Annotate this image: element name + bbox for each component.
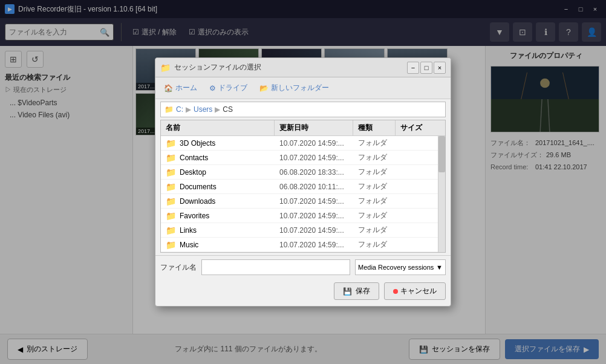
folder-icon: 📁 (166, 182, 176, 192)
folder-row-3dobjects[interactable]: 📁3D Objects 10.07.2020 14:59:... フォルダ (161, 136, 438, 151)
filename-field-label: ファイル名 (160, 262, 197, 273)
dialog-close-button[interactable]: × (434, 62, 446, 74)
dialog-save-button[interactable]: 💾 保存 (334, 282, 379, 300)
dialog-nav: 🏠 ホーム ⚙ ドライブ 📂 新しいフォルダー (155, 77, 451, 99)
filename-input[interactable] (201, 259, 350, 275)
folder-icon: 📁 (166, 240, 176, 250)
folder-icon: 📁 (166, 153, 176, 163)
dialog-cancel-button[interactable]: キャンセル (384, 282, 446, 300)
breadcrumb: 📁 C: ▶ Users ▶ CS (160, 102, 446, 117)
folder-icon: 📁 (166, 226, 176, 235)
nav-new-folder-button[interactable]: 📂 新しいフォルダー (256, 81, 333, 95)
dialog-minimize-button[interactable]: − (407, 62, 419, 74)
folder-icon: 📁 (166, 138, 176, 148)
col-size-header: サイズ (396, 120, 438, 135)
breadcrumb-users[interactable]: Users (194, 105, 212, 114)
filetype-value: Media Recovery sessions (358, 264, 434, 271)
file-list-scroll[interactable]: 📁3D Objects 10.07.2020 14:59:... フォルダ 📁C… (161, 136, 438, 252)
dialog-action-bar: 💾 保存 キャンセル (155, 279, 451, 306)
scrollbar-thumb[interactable] (438, 136, 445, 172)
home-icon: 🏠 (164, 84, 173, 93)
dropdown-arrow-icon: ▼ (436, 264, 443, 271)
col-name-header: 名前 (161, 120, 275, 135)
dialog-icon: 📁 (160, 63, 171, 73)
folder-row-documents[interactable]: 📁Documents 06.08.2020 10:11:... フォルダ (161, 180, 438, 194)
folder-icon: 📁 (166, 167, 176, 177)
dialog-footer: ファイル名 Media Recovery sessions ▼ (155, 255, 451, 279)
session-file-dialog: 📁 セッションファイルの選択 − □ × 🏠 ホーム ⚙ ドライブ 📂 新しいフ… (155, 57, 451, 307)
folder-row-links[interactable]: 📁Links 10.07.2020 14:59:... フォルダ (161, 223, 438, 238)
dialog-maximize-button[interactable]: □ (420, 62, 432, 74)
folder-row-desktop[interactable]: 📁Desktop 06.08.2020 18:33:... フォルダ (161, 165, 438, 180)
nav-home-button[interactable]: 🏠 ホーム (160, 81, 201, 95)
folder-row-contacts[interactable]: 📁Contacts 10.07.2020 14:59:... フォルダ (161, 151, 438, 165)
filetype-select[interactable]: Media Recovery sessions ▼ (355, 259, 446, 275)
col-date-header: 更新日時 (275, 120, 353, 135)
dialog-file-list-container: 名前 更新日時 種類 サイズ 📁3D Objects 10.07.2020 14… (160, 120, 446, 253)
new-folder-icon: 📂 (259, 84, 269, 93)
drive-icon: ⚙ (209, 84, 216, 93)
nav-drive-button[interactable]: ⚙ ドライブ (206, 81, 251, 95)
col-type-header: 種類 (353, 120, 396, 135)
file-list-body: 📁3D Objects 10.07.2020 14:59:... フォルダ 📁C… (161, 136, 445, 252)
save-icon: 💾 (343, 287, 352, 296)
file-list-header: 名前 更新日時 種類 サイズ (161, 120, 445, 136)
folder-row-music[interactable]: 📁Music 10.07.2020 14:59:... フォルダ (161, 238, 438, 252)
breadcrumb-cs[interactable]: CS (223, 105, 233, 114)
scrollbar-header-spacer (438, 120, 445, 135)
dialog-title: セッションファイルの選択 (174, 62, 261, 73)
dialog-overlay: 📁 セッションファイルの選択 − □ × 🏠 ホーム ⚙ ドライブ 📂 新しいフ… (0, 0, 606, 364)
folder-icon: 📁 (166, 211, 176, 221)
folder-row-favorites[interactable]: 📁Favorites 10.07.2020 14:59:... フォルダ (161, 209, 438, 223)
breadcrumb-c[interactable]: C: (176, 105, 183, 114)
folder-icon: 📁 (165, 105, 174, 114)
dialog-scrollbar[interactable] (438, 136, 445, 252)
folder-row-downloads[interactable]: 📁Downloads 10.07.2020 14:59:... フォルダ (161, 194, 438, 209)
dialog-title-bar: 📁 セッションファイルの選択 − □ × (155, 58, 451, 77)
folder-icon: 📁 (166, 197, 176, 206)
cancel-dot-icon (393, 289, 398, 294)
